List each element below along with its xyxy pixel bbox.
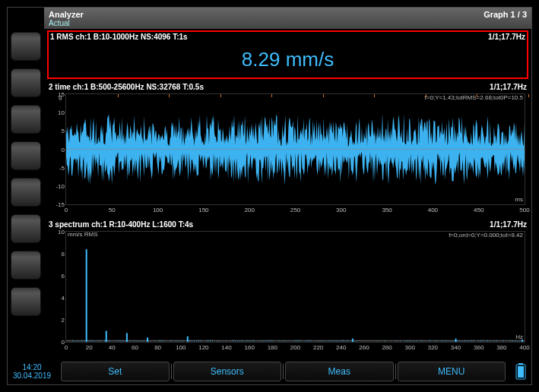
sidebar-button-3[interactable] (11, 105, 41, 134)
svg-rect-83 (235, 341, 236, 342)
time-waveform (66, 94, 525, 204)
svg-rect-106 (287, 341, 288, 342)
svg-rect-116 (311, 340, 312, 342)
svg-rect-51 (162, 340, 163, 342)
trigger-mark (323, 94, 324, 97)
svg-rect-112 (302, 341, 303, 342)
svg-rect-41 (138, 340, 139, 342)
sidebar-button-1[interactable] (11, 32, 41, 61)
sidebar-button-5[interactable] (11, 178, 41, 207)
svg-rect-14 (77, 340, 78, 342)
svg-rect-154 (398, 341, 398, 342)
svg-rect-102 (278, 340, 279, 342)
svg-rect-59 (180, 341, 181, 342)
spectrum-x-tick: 180 (268, 344, 277, 351)
set-button[interactable]: Set (61, 362, 170, 381)
svg-rect-108 (292, 341, 293, 342)
svg-rect-130 (343, 340, 344, 342)
svg-rect-22 (95, 341, 96, 342)
meas-button[interactable]: Meas (285, 362, 394, 381)
svg-rect-191 (483, 340, 484, 342)
sidebar-button-7[interactable] (11, 251, 41, 280)
time-x-tick: 100 (153, 207, 163, 213)
svg-rect-68 (201, 340, 201, 342)
svg-rect-73 (212, 340, 213, 342)
svg-rect-125 (331, 340, 332, 342)
svg-rect-194 (490, 340, 490, 342)
sidebar-button-2[interactable] (11, 68, 41, 97)
spectrum-x-tick: 320 (428, 344, 438, 351)
time-y-tick: 10 (52, 109, 65, 116)
svg-rect-212 (518, 366, 524, 378)
spectrum-x-tick: 120 (198, 344, 208, 351)
spectrum-x-tick: 60 (132, 344, 138, 351)
time-panel[interactable]: 2 time ch:1 B:500-25600Hz NS:32768 T:0.5… (47, 82, 528, 217)
spectrum-panel[interactable]: 3 spectrum ch:1 R:10-400Hz L:1600 T:4s 1… (47, 220, 528, 354)
svg-rect-182 (462, 341, 463, 342)
spectrum-y-tick: 2 (52, 317, 65, 324)
svg-rect-161 (414, 341, 414, 342)
svg-rect-56 (173, 341, 174, 342)
svg-rect-99 (271, 340, 272, 342)
trigger-mark (220, 94, 221, 97)
rms-header-left: 1 RMS ch:1 B:10-1000Hz NS:4096 T:1s (50, 33, 188, 41)
svg-rect-53 (166, 341, 167, 342)
left-sidebar (8, 29, 44, 359)
svg-rect-174 (443, 340, 444, 342)
svg-rect-82 (233, 340, 233, 342)
svg-rect-48 (155, 341, 156, 342)
spectrum-x-tick: 380 (496, 344, 506, 351)
svg-rect-203 (510, 340, 511, 342)
sidebar-button-4[interactable] (11, 141, 41, 170)
rms-value: 8.29 mm/s (49, 42, 527, 77)
time-y-tick: 0 (52, 146, 65, 153)
svg-rect-170 (434, 340, 435, 342)
svg-rect-13 (75, 341, 75, 342)
svg-rect-131 (345, 340, 346, 342)
trigger-mark (118, 94, 119, 97)
svg-rect-88 (246, 340, 247, 342)
spectrum-x-tick: 260 (359, 344, 369, 351)
svg-rect-26 (104, 340, 105, 342)
trigger-mark (477, 94, 477, 97)
svg-rect-136 (357, 341, 357, 342)
time-x-tick: 250 (290, 207, 300, 213)
svg-rect-107 (290, 341, 290, 342)
time-header-left: 2 time ch:1 B:500-25600Hz NS:32768 T:0.5… (49, 83, 204, 91)
svg-rect-104 (283, 340, 284, 342)
svg-rect-121 (322, 340, 323, 342)
time-x-tick: 0 (65, 207, 68, 213)
spectrum-plot[interactable]: mm/s RMS f=0;ord=0;Y=0.000;tot=8.42 Hz 1… (65, 231, 525, 343)
svg-rect-111 (300, 340, 300, 342)
svg-rect-128 (338, 340, 339, 342)
spectrum-x-tick: 140 (221, 344, 231, 351)
spectrum-bars (66, 232, 525, 342)
svg-rect-37 (129, 340, 130, 342)
spectrum-x-tick: 220 (313, 344, 323, 351)
sidebar-button-6[interactable] (11, 214, 41, 243)
svg-rect-18 (86, 341, 87, 342)
svg-rect-27 (106, 340, 107, 342)
rms-panel[interactable]: 1 RMS ch:1 B:10-1000Hz NS:4096 T:1s 1/1;… (47, 30, 528, 79)
svg-rect-127 (336, 340, 337, 342)
clock-date: 30.04.2019 (13, 371, 51, 380)
svg-rect-50 (160, 340, 160, 342)
title-bar: Analyzer Graph 1 / 3 Actual (44, 8, 531, 29)
spectrum-x-tick: 340 (451, 344, 461, 351)
svg-rect-160 (411, 341, 412, 342)
svg-rect-148 (384, 340, 385, 342)
spectrum-y-tick: 0 (52, 339, 65, 346)
time-x-tick: 50 (109, 207, 116, 213)
svg-rect-115 (309, 340, 309, 342)
content-area: 1 RMS ch:1 B:10-1000Hz NS:4096 T:1s 1/1;… (44, 29, 531, 359)
spectrum-x-tick: 0 (65, 344, 68, 351)
spectrum-x-tick: 80 (154, 344, 161, 351)
spectrum-x-tick: 20 (86, 344, 93, 351)
time-x-tick: 500 (519, 207, 529, 213)
svg-rect-15 (79, 341, 80, 342)
time-plot[interactable]: g t=0;Y=1.43;totRMS=2.68;tot0P=10.5 ms 1… (65, 93, 525, 205)
menu-button[interactable]: MENU (398, 362, 506, 381)
sidebar-button-8[interactable] (11, 287, 41, 316)
sensors-button[interactable]: Sensors (173, 362, 282, 381)
spectrum-x-tick: 360 (474, 344, 484, 351)
